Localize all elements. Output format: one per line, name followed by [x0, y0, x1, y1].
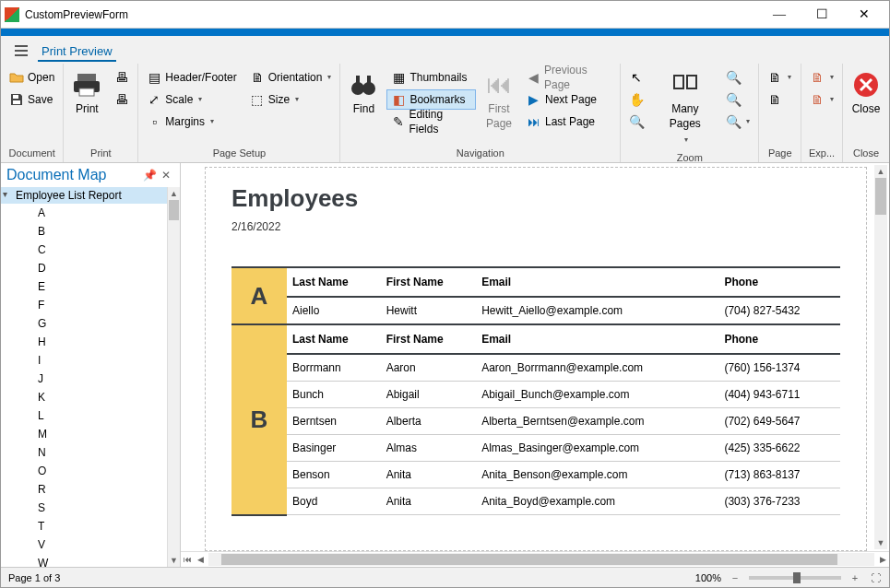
margins-button[interactable]: ▫Margins▾ [142, 112, 241, 132]
print-button[interactable]: Print [67, 67, 106, 119]
maximize-button[interactable]: ☐ [801, 1, 843, 29]
table-cell: Aiello [287, 297, 381, 324]
tree-leaf[interactable]: K [1, 388, 167, 406]
tree-leaf[interactable]: C [1, 241, 167, 259]
magnifier-tool-button[interactable]: 🔍 [624, 112, 648, 132]
zoom-slider-knob[interactable] [793, 572, 801, 583]
tree-leaf[interactable]: R [1, 480, 167, 499]
thumbnails-button[interactable]: ▦Thumbnails [386, 67, 476, 88]
tree-leaf[interactable]: I [1, 351, 167, 370]
pin-icon[interactable]: 📌 [141, 169, 158, 182]
title-bar: CustomPreviewForm — ☐ ✕ [1, 1, 889, 29]
zoom-in-button[interactable]: 🔍 [721, 89, 754, 110]
minimize-button[interactable]: — [758, 1, 801, 29]
many-pages-button[interactable]: Many Pages▾ [652, 67, 718, 150]
tree-leaf[interactable]: H [1, 333, 167, 351]
close-preview-button[interactable]: Close [847, 67, 885, 119]
zoom-level-button[interactable]: 🔍▾ [721, 112, 754, 132]
preview-hscrollbar[interactable] [208, 553, 874, 566]
tree-leaf[interactable]: S [1, 499, 167, 517]
scale-button[interactable]: ⤢Scale▾ [142, 89, 241, 110]
quick-print-button[interactable]: 🖶 [110, 67, 134, 88]
watermark-button[interactable]: 🗎 [763, 89, 796, 110]
scroll-down-icon[interactable]: ▼ [168, 554, 180, 567]
tree-leaf[interactable]: O [1, 462, 167, 480]
chevron-down-icon: ▾ [198, 92, 202, 107]
tree-leaf[interactable]: N [1, 443, 167, 462]
close-icon [851, 70, 881, 100]
previous-page-button[interactable]: ◀Previous Page [522, 67, 616, 88]
tree-leaf[interactable]: V [1, 535, 167, 554]
scroll-up-icon[interactable]: ▲ [874, 165, 887, 178]
page-color-icon: 🗎 [767, 70, 782, 85]
preview-vscrollbar[interactable]: ▲ ▼ [874, 165, 887, 549]
table-cell: Anita_Benson@example.com [476, 462, 718, 488]
report-page: Employees 2/16/2022 ALast NameFirst Name… [205, 167, 867, 551]
report-date: 2/16/2022 [231, 220, 840, 233]
section-letter: A [231, 267, 287, 324]
next-page-button[interactable]: ▶Next Page [522, 89, 616, 110]
zoom-minus-button[interactable]: − [729, 572, 742, 583]
zoom-slider[interactable] [749, 576, 841, 580]
svg-rect-2 [15, 54, 28, 56]
hand-tool-button[interactable]: ✋ [624, 89, 648, 110]
group-zoom: ↖ ✋ 🔍 Many Pages▾ 🔍 🔍 🔍▾ Zoom [621, 64, 759, 162]
close-window-button[interactable]: ✕ [843, 1, 885, 29]
table-cell: Berntsen [287, 408, 381, 435]
tree-leaf[interactable]: B [1, 222, 167, 241]
svg-rect-1 [15, 50, 28, 52]
tree-root[interactable]: ▾ Employee List Report [1, 187, 167, 204]
file-menu-icon[interactable] [12, 41, 30, 60]
tree-leaf[interactable]: A [1, 204, 167, 222]
zoom-plus-button[interactable]: + [848, 572, 861, 583]
close-panel-icon[interactable]: ✕ [158, 169, 174, 182]
header-footer-button[interactable]: ▤Header/Footer [142, 67, 241, 88]
page-prev-nav[interactable]: ◀ [194, 555, 207, 564]
tree-leaf[interactable]: L [1, 406, 167, 425]
margins-icon: ▫ [147, 114, 161, 129]
zoom-fit-button[interactable]: ⛶ [869, 572, 882, 583]
scroll-right-nav[interactable]: ▶ [876, 555, 889, 564]
scroll-thumb[interactable] [169, 200, 179, 220]
tree-leaf[interactable]: T [1, 517, 167, 535]
page-first-nav[interactable]: ⏮ [181, 555, 194, 564]
find-button[interactable]: Find [344, 67, 383, 119]
tree-leaf[interactable]: F [1, 296, 167, 314]
tree-leaf[interactable]: J [1, 370, 167, 388]
group-page-label: Page ... [763, 146, 797, 162]
tree-leaf[interactable]: M [1, 425, 167, 443]
first-page-button[interactable]: ⏮ First Page [480, 67, 518, 134]
zoom-out-button[interactable]: 🔍 [721, 67, 754, 88]
ribbon-tab-row: Print Preview [1, 36, 889, 64]
open-button[interactable]: Open [5, 67, 59, 88]
orientation-button[interactable]: 🗎Orientation▾ [245, 67, 337, 88]
scroll-down-icon[interactable]: ▼ [874, 536, 887, 549]
last-page-button[interactable]: ⏭Last Page [522, 112, 616, 132]
page-color-button[interactable]: 🗎▾ [763, 67, 796, 88]
save-button[interactable]: Save [5, 89, 59, 110]
table-cell: Benson [287, 462, 381, 488]
column-header: Last Name [287, 267, 381, 297]
docmap-scrollbar[interactable]: ▲ ▼ [167, 187, 180, 567]
group-print: Print 🖶 🖶 Print [64, 64, 138, 162]
tree-leaf[interactable]: D [1, 259, 167, 277]
save-icon [9, 92, 24, 107]
header-footer-icon: ▤ [147, 70, 161, 85]
binoculars-icon [349, 70, 378, 100]
print-options-button[interactable]: 🖶 [110, 89, 134, 110]
export-pdf-button[interactable]: 🗎▾ [805, 67, 838, 88]
scroll-up-icon[interactable]: ▲ [168, 187, 180, 200]
size-button[interactable]: ⬚Size▾ [245, 89, 337, 110]
tab-print-preview[interactable]: Print Preview [38, 41, 116, 62]
tree-leaf[interactable]: E [1, 277, 167, 296]
zoom-in-icon: 🔍 [726, 92, 741, 107]
scroll-thumb[interactable] [221, 554, 837, 565]
editing-fields-button[interactable]: ✎Editing Fields [386, 112, 476, 132]
scroll-thumb[interactable] [875, 178, 886, 215]
caret-down-icon[interactable]: ▾ [3, 189, 7, 199]
tree-leaf[interactable]: G [1, 314, 167, 333]
tree-leaf[interactable]: W [1, 554, 167, 567]
pointer-tool-button[interactable]: ↖ [624, 67, 648, 88]
table-row: BerntsenAlbertaAlberta_Berntsen@example.… [231, 408, 840, 435]
send-pdf-button[interactable]: 🗎▾ [805, 89, 838, 110]
